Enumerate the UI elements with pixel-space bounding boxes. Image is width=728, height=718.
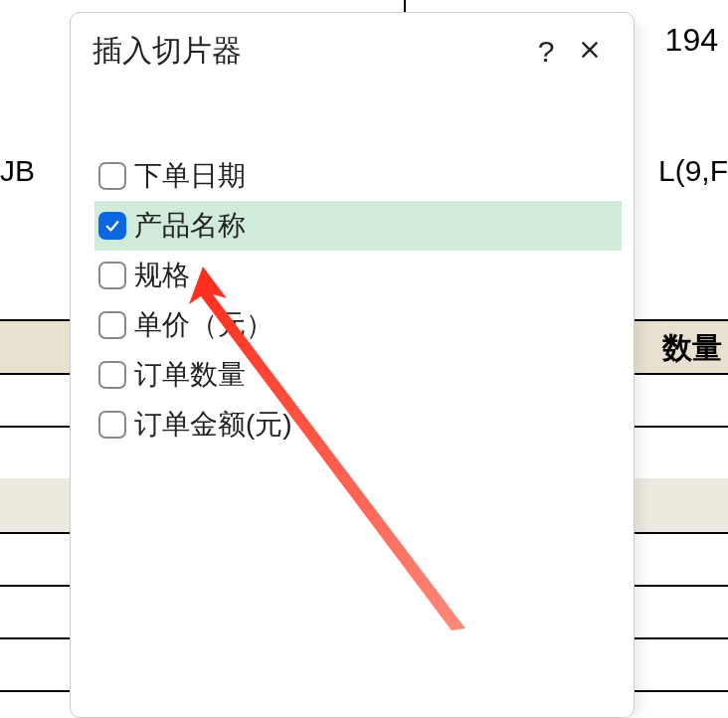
field-label: 订单金额(元) [134,406,292,444]
check-icon [103,217,121,235]
field-row-order-amount[interactable]: 订单金额(元) [94,400,622,449]
field-label: 订单数量 [134,356,246,394]
field-label: 下单日期 [134,157,246,195]
help-button[interactable]: ? [524,35,568,69]
dialog-title: 插入切片器 [92,31,524,72]
field-label: 规格 [134,257,190,294]
checkbox-unchecked[interactable] [98,411,126,439]
field-row-unit-price[interactable]: 单价（元） [94,300,622,350]
checkbox-unchecked[interactable] [98,262,126,289]
insert-slicer-dialog: 插入切片器 ? 下单日期 产品名称 规格 [70,12,635,718]
field-row-order-date[interactable]: 下单日期 [94,151,622,201]
checkbox-unchecked[interactable] [98,311,126,339]
close-button[interactable] [568,39,612,65]
dialog-titlebar: 插入切片器 ? [71,13,634,86]
formula-fragment-right: L(9,F [658,154,728,188]
header-cell-qty: 数量 [662,328,722,369]
checkbox-unchecked[interactable] [98,361,126,389]
column-divider [404,0,406,12]
checkbox-checked[interactable] [98,212,126,240]
field-label: 产品名称 [134,207,246,245]
cell-value-partial: 194 [665,22,718,59]
formula-fragment-left: JB [0,154,35,188]
dialog-body: 下单日期 产品名称 规格 单价（元） 订单数量 订单金额(元) [71,86,634,449]
field-row-order-qty[interactable]: 订单数量 [94,350,622,400]
checkbox-unchecked[interactable] [98,162,126,190]
field-row-product-name[interactable]: 产品名称 [94,201,622,251]
close-icon [579,39,601,61]
field-row-spec[interactable]: 规格 [94,251,622,300]
field-label: 单价（元） [134,306,273,344]
